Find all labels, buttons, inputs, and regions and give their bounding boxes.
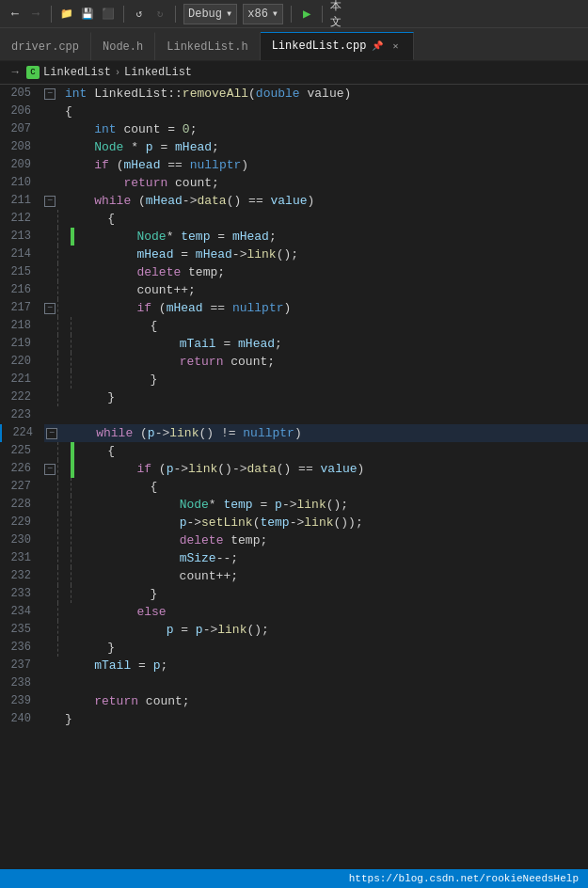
token-var: mHead	[232, 230, 269, 244]
line-gutter	[42, 335, 57, 353]
code-text[interactable]: }	[87, 585, 588, 603]
code-text[interactable]: {	[74, 442, 588, 460]
vertical-guide	[71, 585, 84, 603]
back-icon[interactable]: ⟵	[8, 7, 23, 22]
indent-guide	[50, 138, 51, 156]
play-button[interactable]: ▶	[299, 7, 314, 22]
code-text[interactable]: Node* temp = p->link();	[87, 496, 588, 514]
line-gutter: −	[42, 192, 57, 210]
code-text[interactable]: delete temp;	[87, 531, 588, 549]
code-text[interactable]: delete temp;	[74, 263, 588, 281]
code-text[interactable]: return count;	[61, 174, 588, 192]
code-text[interactable]: int count = 0;	[61, 120, 588, 138]
code-text[interactable]: }	[74, 639, 588, 657]
text-btn[interactable]: 本文	[330, 7, 345, 22]
code-text[interactable]: {	[74, 210, 588, 228]
code-text[interactable]: int LinkedList::removeAll(double value)	[61, 85, 588, 103]
code-text[interactable]: Node* temp = mHead;	[74, 228, 588, 246]
save-icon[interactable]: 💾	[80, 7, 95, 22]
code-line: 231 mSize--;	[0, 549, 588, 567]
fold-marker[interactable]: −	[44, 464, 56, 475]
token-func: link	[297, 498, 326, 512]
code-text[interactable]: Node * p = mHead;	[61, 138, 588, 156]
token-plain	[78, 230, 136, 244]
line-number: 226	[0, 460, 42, 478]
fold-marker[interactable]: −	[44, 88, 56, 100]
code-text[interactable]: if (mHead == nullptr)	[61, 156, 588, 174]
line-gutter	[42, 567, 57, 585]
code-text[interactable]	[61, 406, 588, 424]
code-line: 235 p = p->link();	[0, 621, 588, 639]
save-all-icon[interactable]: ⬛	[101, 7, 116, 22]
token-plain: ==	[160, 158, 189, 172]
token-kw-blue: int	[94, 122, 116, 136]
code-text[interactable]: count++;	[87, 567, 588, 585]
token-plain: {	[78, 444, 115, 458]
token-plain: ==	[203, 301, 232, 315]
tab-linkedlist-cpp[interactable]: LinkedList.cpp 📌 ✕	[261, 32, 415, 60]
code-line: 229 p->setLink(temp->link());	[0, 514, 588, 531]
code-line: 219 mTail = mHead;	[0, 335, 588, 353]
toolbar: ⟵ ⟶ 📁 💾 ⬛ ↺ ↻ Debug ▾ x86 ▾ ▶ 本文	[0, 0, 588, 28]
code-text[interactable]: p = p->link();	[74, 621, 588, 639]
token-plain: *	[167, 230, 182, 244]
line-gutter	[42, 531, 57, 549]
fold-marker[interactable]: −	[44, 196, 56, 207]
debug-dropdown[interactable]: Debug ▾	[183, 4, 237, 24]
code-text[interactable]: mHead = mHead->link();	[74, 246, 588, 263]
code-text[interactable]: mTail = mHead;	[87, 335, 588, 353]
undo-icon[interactable]: ↺	[132, 7, 147, 22]
token-plain: {	[91, 319, 157, 333]
redo-icon[interactable]: ↻	[152, 7, 167, 22]
code-text[interactable]: if (p->link()->data() == value)	[74, 460, 588, 478]
indent-guide	[50, 103, 51, 120]
code-text[interactable]: while (mHead->data() == value)	[61, 192, 588, 210]
code-text[interactable]: if (mHead == nullptr)	[74, 299, 588, 317]
code-text[interactable]: }	[61, 710, 588, 728]
code-line: 208 Node * p = mHead;	[0, 138, 588, 156]
code-text[interactable]: {	[87, 317, 588, 335]
tab-node-h[interactable]: Node.h	[91, 32, 155, 60]
forward-icon[interactable]: ⟶	[28, 7, 43, 22]
tab-driver-cpp[interactable]: driver.cpp	[0, 32, 91, 60]
code-text[interactable]: }	[87, 371, 588, 388]
code-text[interactable]: p->setLink(temp->link());	[87, 514, 588, 531]
separator-3	[175, 6, 176, 23]
code-container: 205−int LinkedList::removeAll(double val…	[0, 85, 588, 869]
token-kw: delete	[136, 265, 181, 279]
token-plain: *	[209, 498, 224, 512]
code-text[interactable]: count++;	[74, 281, 588, 299]
token-func: data	[197, 194, 226, 208]
token-plain: () ==	[227, 194, 271, 208]
tab-linkedlist-h[interactable]: LinkedList.h	[155, 32, 260, 60]
vertical-guide	[57, 531, 71, 549]
code-text[interactable]: {	[61, 103, 588, 120]
code-text[interactable]: }	[74, 388, 588, 406]
code-text[interactable]	[61, 674, 588, 692]
tab-close-icon[interactable]: ✕	[389, 40, 402, 53]
code-text[interactable]: mTail = p;	[61, 657, 588, 674]
token-plain	[65, 176, 123, 190]
code-text[interactable]: mSize--;	[87, 549, 588, 567]
arch-dropdown[interactable]: x86 ▾	[243, 4, 283, 24]
line-gutter	[42, 246, 57, 263]
fold-marker[interactable]: −	[46, 428, 57, 439]
open-folder-icon[interactable]: 📁	[59, 7, 74, 22]
code-text[interactable]: while (p->link() != nullptr)	[63, 424, 588, 442]
breadcrumb-method[interactable]: LinkedList	[124, 66, 192, 79]
code-text[interactable]: return count;	[61, 692, 588, 710]
nav-arrow-icon[interactable]: →	[8, 65, 23, 80]
code-text[interactable]: {	[87, 478, 588, 496]
token-plain: =	[173, 623, 195, 637]
code-text[interactable]: else	[74, 603, 588, 621]
fold-marker[interactable]: −	[44, 303, 56, 314]
code-line: 212 {	[0, 210, 588, 228]
indent-guide	[50, 210, 51, 228]
token-plain: ());	[334, 515, 363, 530]
token-plain: =	[153, 140, 175, 154]
vertical-guide	[71, 371, 84, 388]
breadcrumb-class[interactable]: LinkedList	[43, 66, 111, 79]
code-text[interactable]: return count;	[87, 353, 588, 371]
line-number: 207	[0, 120, 42, 138]
indent-guide	[50, 603, 51, 621]
